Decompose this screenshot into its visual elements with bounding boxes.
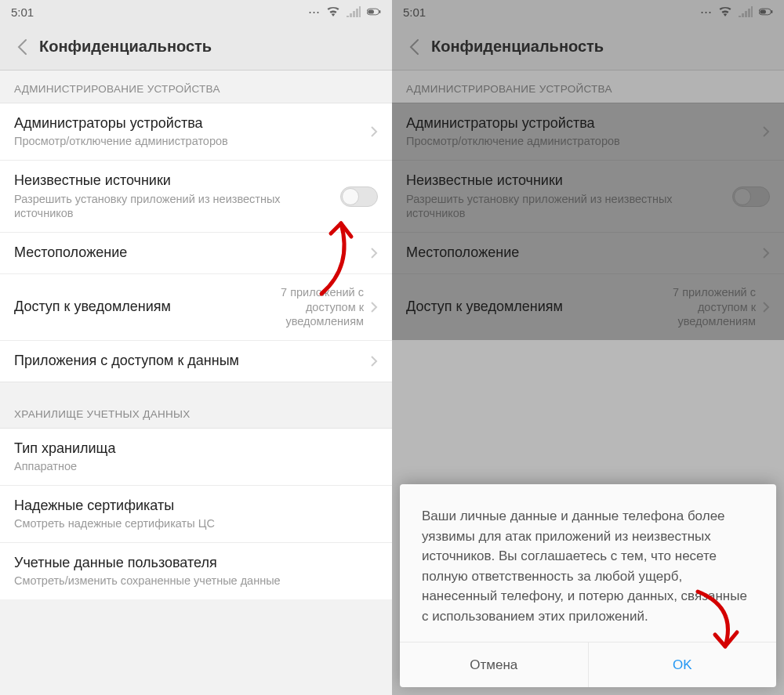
dots-icon: ⋯: [308, 5, 320, 19]
row-device-admins[interactable]: Администраторы устройства Просмотр/отклю…: [0, 103, 392, 160]
app-bar: Конфиденциальность: [0, 24, 392, 71]
dialog-body: Ваши личные данные и данные телефона бол…: [400, 484, 776, 642]
chevron-right-icon: [370, 125, 378, 138]
back-button[interactable]: [8, 33, 36, 61]
row-notification-access[interactable]: Доступ к уведомлениям 7 приложений с дос…: [0, 273, 392, 341]
svg-rect-1: [379, 10, 380, 13]
section-header-admin: АДМИНИСТРИРОВАНИЕ УСТРОЙСТВА: [0, 71, 392, 103]
row-title: Доступ к уведомлениям: [14, 298, 230, 316]
section-header-creds: ХРАНИЛИЩЕ УЧЕТНЫХ ДАННЫХ: [0, 396, 392, 428]
dialog-cancel-button[interactable]: Отмена: [400, 643, 588, 687]
row-title: Администраторы устройства: [14, 114, 370, 132]
row-title: Тип хранилища: [14, 440, 378, 458]
page-title: Конфиденциальность: [39, 38, 212, 56]
row-title: Учетные данные пользователя: [14, 554, 378, 572]
row-title: Неизвестные источники: [14, 172, 340, 190]
chevron-right-icon: [370, 247, 378, 259]
chevron-left-icon: [16, 38, 27, 56]
dialog-ok-button[interactable]: OK: [588, 643, 777, 687]
row-sub: Смотреть надежные сертификаты ЦС: [14, 516, 378, 531]
row-title: Местоположение: [14, 244, 370, 262]
row-unknown-sources[interactable]: Неизвестные источники Разрешить установк…: [0, 160, 392, 232]
list-admin: Администраторы устройства Просмотр/отклю…: [0, 103, 392, 382]
row-trusted-certs[interactable]: Надежные сертификаты Смотреть надежные с…: [0, 485, 392, 542]
row-storage-type[interactable]: Тип хранилища Аппаратное: [0, 428, 392, 485]
phone-screenshot-right: 5:01 ⋯ Конфиденциальность АДМИНИСТРИРОВА…: [392, 0, 784, 695]
battery-icon: [367, 6, 381, 17]
row-sub: Просмотр/отключение администраторов: [14, 134, 370, 149]
wifi-icon: [326, 6, 340, 17]
phone-screenshot-left: 5:01 ⋯ Конфиденциальность АДМИНИСТРИРОВА…: [0, 0, 392, 695]
chevron-right-icon: [370, 355, 378, 367]
row-sub: Смотреть/изменить сохраненные учетные да…: [14, 574, 378, 588]
row-value: 7 приложений с доступом к уведомлениям: [230, 285, 364, 330]
status-bar: 5:01 ⋯: [0, 0, 392, 24]
status-time: 5:01: [11, 5, 34, 19]
row-sub: Аппаратное: [14, 459, 378, 474]
row-data-access[interactable]: Приложения с доступом к данным: [0, 340, 392, 381]
confirm-dialog: Ваши личные данные и данные телефона бол…: [400, 484, 776, 687]
row-location[interactable]: Местоположение: [0, 232, 392, 273]
status-icons: ⋯: [308, 5, 381, 19]
row-user-creds[interactable]: Учетные данные пользователя Смотреть/изм…: [0, 542, 392, 599]
svg-rect-2: [368, 9, 374, 13]
unknown-sources-toggle[interactable]: [340, 186, 378, 207]
row-title: Надежные сертификаты: [14, 497, 378, 515]
chevron-right-icon: [370, 301, 378, 313]
signal-icon: [347, 6, 361, 17]
dialog-backdrop: Ваши личные данные и данные телефона бол…: [392, 0, 784, 695]
list-creds: Тип хранилища Аппаратное Надежные сертиф…: [0, 428, 392, 600]
row-sub: Разрешить установку приложений из неизве…: [14, 192, 340, 222]
row-title: Приложения с доступом к данным: [14, 352, 370, 370]
